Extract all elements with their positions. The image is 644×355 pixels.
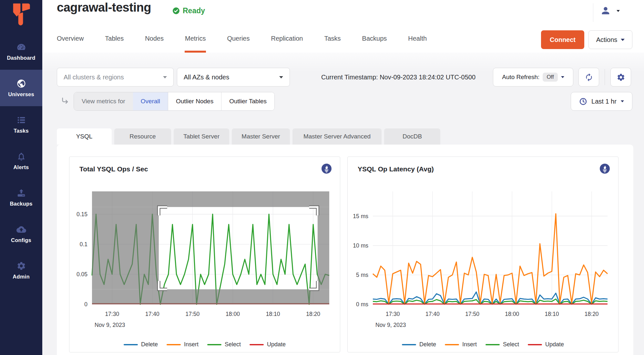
cloud-upload-icon xyxy=(16,225,26,234)
settings-button[interactable] xyxy=(610,68,631,86)
sidebar-item-configs[interactable]: Configs xyxy=(0,216,42,252)
actions-button[interactable]: Actions xyxy=(588,30,632,49)
chevron-down-icon xyxy=(621,100,624,102)
legend-label: Delete xyxy=(419,341,436,348)
sidebar-nav: Dashboard Universes Tasks xyxy=(0,33,42,289)
svg-text:18:10: 18:10 xyxy=(545,311,559,317)
tab-tasks[interactable]: Tasks xyxy=(324,24,341,53)
metric-tab-master-server[interactable]: Master Server xyxy=(232,128,290,145)
prometheus-icon[interactable] xyxy=(321,163,332,174)
metric-tab-resource[interactable]: Resource xyxy=(114,128,171,145)
metric-tab-docdb[interactable]: DocDB xyxy=(384,128,440,145)
tab-health[interactable]: Health xyxy=(408,24,427,53)
gear-icon xyxy=(16,261,26,271)
tab-backups[interactable]: Backups xyxy=(362,24,387,53)
az-nodes-dropdown[interactable]: All AZs & nodes xyxy=(177,68,290,86)
sidebar: Dashboard Universes Tasks xyxy=(0,0,42,355)
legend-item-delete[interactable]: Delete xyxy=(124,341,158,348)
user-menu[interactable] xyxy=(600,5,611,17)
current-timestamp: Current Timestamp: Nov-09-2023 18:24:02 … xyxy=(321,68,475,86)
svg-text:18:00: 18:00 xyxy=(226,311,240,317)
refresh-button[interactable] xyxy=(578,68,599,86)
svg-text:0: 0 xyxy=(84,301,87,308)
tab-overview[interactable]: Overview xyxy=(57,24,84,53)
svg-text:18:00: 18:00 xyxy=(505,311,519,317)
sidebar-item-alerts[interactable]: Alerts xyxy=(0,143,42,179)
svg-text:0.1: 0.1 xyxy=(80,241,87,248)
legend-swatch xyxy=(124,344,138,345)
svg-text:18:10: 18:10 xyxy=(266,311,280,317)
tab-nodes[interactable]: Nodes xyxy=(145,24,164,53)
task-list-icon xyxy=(16,115,26,125)
chevron-down-icon xyxy=(561,76,564,78)
svg-text:0.05: 0.05 xyxy=(77,271,87,278)
legend-item-insert[interactable]: Insert xyxy=(167,341,199,348)
legend-swatch xyxy=(207,344,221,345)
prometheus-icon[interactable] xyxy=(599,163,610,174)
scope-outlier-tables-button[interactable]: Outlier Tables xyxy=(221,92,274,110)
tab-metrics[interactable]: Metrics xyxy=(185,24,206,53)
svg-text:10 ms: 10 ms xyxy=(353,242,368,249)
universe-tabs: Overview Tables Nodes Metrics Queries Re… xyxy=(57,24,427,53)
metric-tab-ysql[interactable]: YSQL xyxy=(57,128,112,145)
svg-text:17:30: 17:30 xyxy=(105,311,119,317)
svg-text:0 ms: 0 ms xyxy=(356,301,368,308)
svg-text:17:30: 17:30 xyxy=(386,311,400,317)
yugabyte-logo[interactable] xyxy=(0,3,42,26)
app-root: Dashboard Universes Tasks xyxy=(0,0,644,355)
connect-button[interactable]: Connect xyxy=(541,30,584,49)
svg-text:18:20: 18:20 xyxy=(585,311,599,317)
legend-swatch xyxy=(250,344,264,345)
sidebar-item-label: Alerts xyxy=(14,164,29,170)
svg-text:5 ms: 5 ms xyxy=(356,272,368,278)
latency-chart-plot[interactable]: 0 ms5 ms10 ms15 ms17:3017:4017:5018:0018… xyxy=(348,157,619,338)
sidebar-item-admin[interactable]: Admin xyxy=(0,252,42,289)
chart-card-latency: 0 ms5 ms10 ms15 ms17:3017:4017:5018:0018… xyxy=(347,157,618,352)
tab-queries[interactable]: Queries xyxy=(227,24,250,53)
sidebar-item-dashboard[interactable]: Dashboard xyxy=(0,33,42,70)
time-range-dropdown[interactable]: Last 1 hr xyxy=(571,92,632,111)
legend-item-update[interactable]: Update xyxy=(528,341,564,348)
svg-text:0.15: 0.15 xyxy=(77,211,87,218)
auto-refresh-dropdown[interactable]: Auto Refresh: Off xyxy=(493,68,573,86)
svg-text:17:40: 17:40 xyxy=(425,311,440,317)
charts-panel: 00.050.10.1517:3017:4017:5018:0018:1018:… xyxy=(57,145,633,355)
scope-overall-button[interactable]: Overall xyxy=(133,92,168,110)
legend-swatch xyxy=(167,344,181,345)
sidebar-item-backups[interactable]: Backups xyxy=(0,179,42,216)
legend-label: Select xyxy=(503,341,519,348)
sidebar-item-tasks[interactable]: Tasks xyxy=(0,106,42,143)
person-icon xyxy=(600,5,611,16)
view-metrics-for-label: View metrics for xyxy=(74,92,133,110)
legend-item-insert[interactable]: Insert xyxy=(445,341,477,348)
metrics-content: All clusters & regions All AZs & nodes C… xyxy=(42,53,644,355)
tab-tables[interactable]: Tables xyxy=(105,24,124,53)
svg-text:17:40: 17:40 xyxy=(145,311,159,317)
tab-replication[interactable]: Replication xyxy=(271,24,303,53)
legend-item-select[interactable]: Select xyxy=(486,341,519,348)
metrics-scope-control: View metrics for Overall Outlier Nodes O… xyxy=(74,92,275,111)
cluster-region-dropdown[interactable]: All clusters & regions xyxy=(57,68,174,86)
chart-legend: DeleteInsertSelectUpdate xyxy=(348,341,618,348)
ops-chart-plot[interactable]: 00.050.10.1517:3017:4017:5018:0018:1018:… xyxy=(69,157,341,338)
svg-text:Nov 9, 2023: Nov 9, 2023 xyxy=(95,322,125,328)
sidebar-item-universes[interactable]: Universes xyxy=(0,70,42,106)
yugabyte-logo-icon xyxy=(11,3,32,26)
svg-text:Nov 9, 2023: Nov 9, 2023 xyxy=(375,322,406,328)
svg-text:17:50: 17:50 xyxy=(186,311,200,317)
sidebar-item-label: Admin xyxy=(13,274,29,280)
legend-item-select[interactable]: Select xyxy=(207,341,241,348)
legend-item-update[interactable]: Update xyxy=(250,341,286,348)
chevron-down-icon xyxy=(279,76,283,78)
chevron-down-icon xyxy=(621,39,625,41)
metric-tab-tablet-server[interactable]: Tablet Server xyxy=(174,128,229,145)
backup-upload-icon xyxy=(16,188,26,198)
page-title: cagrawal-testing xyxy=(57,1,151,15)
scope-outlier-nodes-button[interactable]: Outlier Nodes xyxy=(168,92,221,110)
legend-item-delete[interactable]: Delete xyxy=(402,341,436,348)
time-range-value: Last 1 hr xyxy=(591,98,617,105)
status-badge: Ready xyxy=(172,6,205,15)
sidebar-item-label: Configs xyxy=(11,237,31,243)
metric-tab-master-server-advanced[interactable]: Master Server Advanced xyxy=(292,128,382,145)
bell-icon xyxy=(16,152,26,161)
